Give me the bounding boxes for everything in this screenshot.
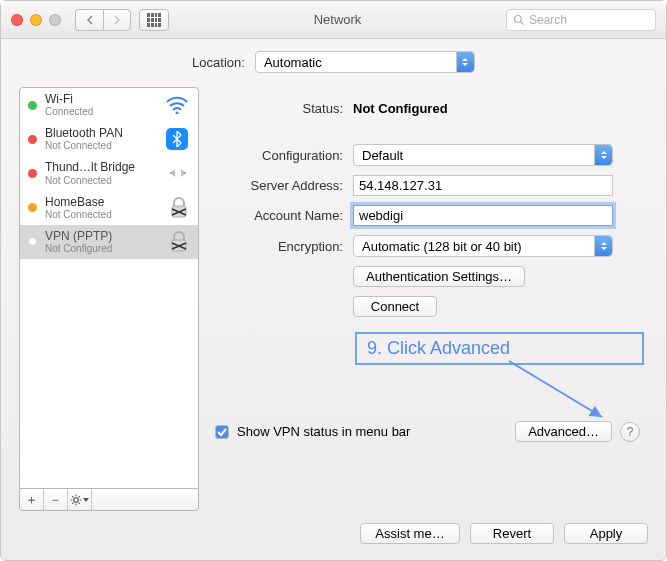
svg-point-0: [515, 15, 522, 22]
connect-button[interactable]: Connect: [353, 296, 437, 317]
svg-point-4: [184, 172, 186, 174]
lock-icon: [168, 231, 190, 253]
sidebar-footer: ＋ －: [19, 489, 199, 511]
service-item-thunderbolt[interactable]: Thund…lt Bridge Not Connected: [20, 156, 198, 190]
svg-line-12: [72, 496, 73, 497]
bluetooth-icon: [164, 129, 190, 149]
show-all-button[interactable]: [139, 9, 169, 31]
configuration-select[interactable]: Default: [353, 144, 613, 166]
encryption-value: Automatic (128 bit or 40 bit): [362, 239, 522, 254]
remove-service-button[interactable]: －: [44, 489, 68, 510]
service-name: Wi-Fi: [45, 93, 156, 106]
thunderbolt-icon: [166, 163, 190, 183]
annotation-arrow: [215, 365, 644, 421]
account-name-label: Account Name:: [215, 208, 353, 223]
server-address-input[interactable]: [353, 175, 613, 196]
lock-icon: [168, 197, 190, 219]
location-value: Automatic: [264, 55, 322, 70]
search-icon: [513, 14, 525, 26]
gear-icon: [70, 494, 82, 506]
service-item-bluetooth[interactable]: Bluetooth PAN Not Connected: [20, 122, 198, 156]
zoom-window-button[interactable]: [49, 14, 61, 26]
svg-line-14: [72, 502, 73, 503]
encryption-select[interactable]: Automatic (128 bit or 40 bit): [353, 235, 613, 257]
nav-segment: [75, 9, 131, 31]
service-name: Bluetooth PAN: [45, 127, 156, 140]
status-dot: [28, 135, 37, 144]
service-name: Thund…lt Bridge: [45, 161, 158, 174]
window-title: Network: [177, 12, 498, 27]
location-select[interactable]: Automatic: [255, 51, 475, 73]
svg-point-2: [176, 112, 179, 115]
service-name: VPN (PPTP): [45, 230, 160, 243]
show-vpn-status-checkbox[interactable]: [215, 425, 229, 439]
service-name: HomeBase: [45, 196, 160, 209]
chevron-updown-icon: [594, 145, 612, 165]
status-dot: [28, 203, 37, 212]
traffic-lights: [11, 14, 61, 26]
chevron-updown-icon: [594, 236, 612, 256]
back-button[interactable]: [75, 9, 103, 31]
service-status: Not Connected: [45, 209, 160, 220]
status-label: Status:: [215, 101, 353, 116]
wifi-icon: [164, 95, 190, 115]
service-actions-menu[interactable]: [68, 489, 92, 510]
system-preferences-window: Network Search Location: Automatic Wi-Fi…: [0, 0, 667, 561]
apply-button[interactable]: Apply: [564, 523, 648, 544]
account-name-input[interactable]: [353, 205, 613, 226]
status-dot: [28, 169, 37, 178]
encryption-label: Encryption:: [215, 239, 353, 254]
configuration-label: Configuration:: [215, 148, 353, 163]
close-window-button[interactable]: [11, 14, 23, 26]
forward-button[interactable]: [103, 9, 131, 31]
status-dot: [28, 101, 37, 110]
status-dot: [28, 237, 37, 246]
service-item-wifi[interactable]: Wi-Fi Connected: [20, 88, 198, 122]
status-value: Not Configured: [353, 101, 644, 116]
svg-line-15: [79, 496, 80, 497]
service-status: Not Connected: [45, 140, 156, 151]
location-label: Location:: [192, 55, 245, 70]
footer: Assist me… Revert Apply: [1, 511, 666, 560]
location-row: Location: Automatic: [1, 39, 666, 87]
service-status: Connected: [45, 106, 156, 117]
server-address-label: Server Address:: [215, 178, 353, 193]
svg-point-7: [74, 497, 79, 502]
assist-me-button[interactable]: Assist me…: [360, 523, 460, 544]
service-list[interactable]: Wi-Fi Connected Bluetooth PAN Not Connec…: [19, 87, 199, 489]
service-status: Not Configured: [45, 243, 160, 254]
service-status: Not Connected: [45, 175, 158, 186]
service-item-vpn[interactable]: VPN (PPTP) Not Configured: [20, 225, 198, 259]
svg-point-3: [170, 172, 172, 174]
revert-button[interactable]: Revert: [470, 523, 554, 544]
service-item-homebase[interactable]: HomeBase Not Connected: [20, 191, 198, 225]
show-vpn-status-label: Show VPN status in menu bar: [237, 424, 507, 439]
svg-line-13: [79, 502, 80, 503]
main-content: Wi-Fi Connected Bluetooth PAN Not Connec…: [1, 87, 666, 511]
search-placeholder: Search: [529, 13, 567, 27]
svg-line-1: [521, 21, 524, 24]
configuration-value: Default: [362, 148, 403, 163]
minimize-window-button[interactable]: [30, 14, 42, 26]
chevron-updown-icon: [456, 52, 474, 72]
sidebar: Wi-Fi Connected Bluetooth PAN Not Connec…: [19, 87, 199, 511]
add-service-button[interactable]: ＋: [20, 489, 44, 510]
search-field[interactable]: Search: [506, 9, 656, 31]
detail-panel: Status: Not Configured Configuration: De…: [211, 87, 648, 511]
chevron-down-icon: [83, 498, 89, 502]
authentication-settings-button[interactable]: Authentication Settings…: [353, 266, 525, 287]
titlebar: Network Search: [1, 1, 666, 39]
grid-icon: [147, 13, 161, 27]
